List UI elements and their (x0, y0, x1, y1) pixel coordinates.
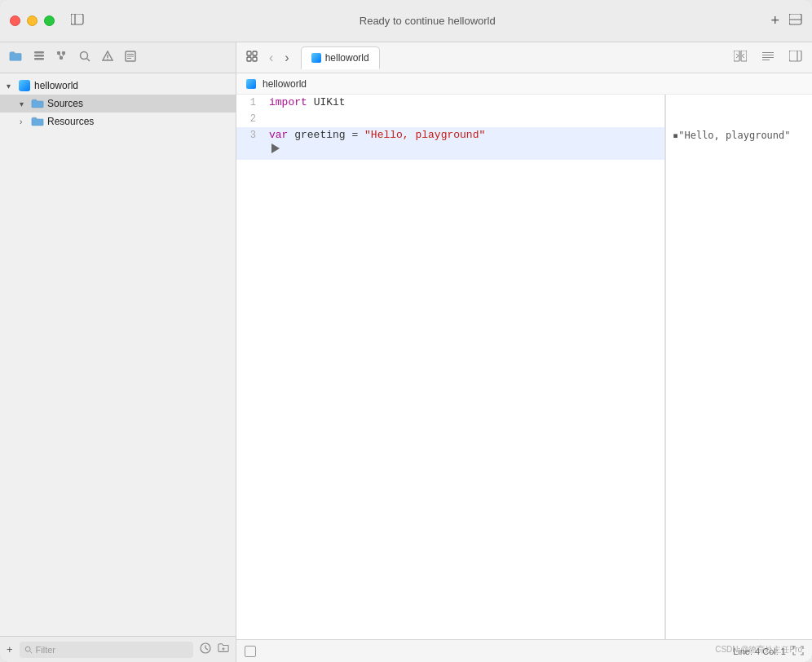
code-line-4 (236, 143, 664, 160)
arrow-down-icon: ▾ (20, 99, 29, 108)
filter-placeholder: Filter (36, 645, 55, 655)
search-icon[interactable] (77, 49, 93, 66)
string-value: "Hello, playground" (364, 129, 485, 141)
sidebar-tree: ▾ helloworld ▾ Sources (0, 73, 236, 636)
fullscreen-button[interactable] (44, 15, 55, 26)
traffic-lights (10, 15, 55, 26)
statusbar-left (245, 646, 263, 657)
warning-icon[interactable] (99, 49, 116, 66)
svg-rect-27 (247, 51, 251, 55)
svg-rect-0 (71, 14, 83, 24)
code-text: UIKit (314, 96, 346, 108)
editor-toolbar: ‹ › helloworld (236, 42, 812, 73)
svg-rect-30 (253, 57, 257, 61)
notes-icon[interactable] (122, 49, 139, 66)
minimize-button[interactable] (27, 15, 38, 26)
tab-playground-icon (311, 53, 321, 63)
keyword-import: import (269, 96, 307, 108)
line-content-1: import UIKit (266, 95, 664, 111)
resources-folder-icon (31, 116, 44, 127)
svg-line-10 (59, 55, 61, 56)
svg-point-12 (81, 52, 88, 60)
inspector-panel-icon[interactable] (786, 49, 805, 66)
inspector-icon[interactable] (31, 49, 47, 66)
line-content-2 (266, 111, 664, 127)
titlebar-center: Ready to continue helloworld (84, 15, 770, 27)
editor-statusbar: Line: 4 Col: 1 (236, 639, 812, 662)
statusbar-checkbox[interactable] (245, 646, 256, 657)
sources-label: Sources (47, 98, 83, 109)
forward-icon[interactable]: › (281, 49, 292, 67)
svg-rect-5 (34, 55, 44, 57)
helloworld-label: helloworld (34, 80, 78, 91)
editor-pane: ‹ › helloworld (236, 42, 812, 662)
svg-rect-6 (34, 58, 44, 60)
arrow-down-icon: ▾ (7, 82, 16, 90)
sidebar-toggle-icon[interactable] (71, 14, 84, 28)
hierarchy-icon[interactable] (54, 49, 70, 66)
line-number-2: 2 (236, 111, 266, 127)
sidebar-toolbar (0, 42, 236, 73)
grid-view-icon[interactable] (243, 49, 261, 66)
svg-rect-37 (789, 51, 801, 61)
line-number-4 (236, 143, 266, 160)
lines-icon[interactable] (758, 49, 778, 66)
expand-icon[interactable] (792, 646, 804, 657)
add-tab-icon[interactable]: + (770, 12, 779, 29)
result-value: "Hello, playground" (678, 130, 790, 141)
breadcrumb-bar: helloworld (236, 73, 812, 95)
keyword-var: var (269, 129, 288, 141)
svg-line-13 (87, 59, 90, 62)
tab-helloworld[interactable]: helloworld (301, 46, 380, 69)
sidebar-bottom: + Filter (0, 636, 236, 662)
svg-rect-7 (57, 51, 60, 55)
back-icon[interactable]: ‹ (266, 49, 276, 67)
close-button[interactable] (10, 15, 20, 26)
run-button[interactable] (269, 143, 282, 153)
resources-label: Resources (47, 116, 94, 127)
svg-rect-29 (247, 57, 251, 61)
line-number-3: 3 (236, 127, 266, 143)
editor-toolbar-right (730, 49, 805, 66)
line-content-3: var greeting = "Hello, playground" (266, 127, 664, 143)
playground-icon (18, 80, 31, 91)
svg-line-24 (205, 648, 208, 650)
arrow-right-icon: › (20, 117, 29, 126)
sidebar-item-helloworld[interactable]: ▾ helloworld (0, 77, 236, 95)
svg-point-15 (107, 59, 108, 60)
code-area: 1 import UIKit 2 3 (236, 95, 812, 639)
add-item-button[interactable]: + (7, 643, 13, 655)
equals-op: = (351, 129, 364, 141)
code-editor[interactable]: 1 import UIKit 2 3 (236, 95, 665, 639)
svg-rect-28 (253, 51, 257, 55)
svg-rect-4 (34, 51, 44, 54)
sources-folder-icon (31, 98, 44, 109)
tab-label: helloworld (325, 52, 369, 64)
folder-icon[interactable] (7, 49, 24, 66)
svg-line-11 (63, 55, 64, 56)
svg-rect-9 (60, 56, 63, 60)
split-view-icon[interactable] (730, 49, 750, 66)
svg-line-21 (29, 651, 32, 653)
results-pane: ▪ "Hello, playground" (665, 95, 812, 639)
main-content: ▾ helloworld ▾ Sources (0, 42, 812, 662)
result-icon: ▪ (673, 130, 678, 141)
line-content-4 (266, 143, 664, 160)
titlebar: Ready to continue helloworld + (0, 0, 812, 42)
add-folder-icon[interactable] (218, 642, 229, 656)
result-line-3: ▪ "Hello, playground" (666, 127, 812, 143)
filter-input[interactable]: Filter (20, 642, 193, 658)
svg-point-20 (25, 647, 30, 651)
var-name: greeting (294, 129, 351, 141)
layout-icon[interactable] (789, 14, 802, 28)
sidebar-item-resources[interactable]: › Resources (0, 113, 236, 130)
code-line-2: 2 (236, 111, 664, 127)
statusbar-right: Line: 4 Col: 1 (733, 646, 804, 657)
line-number-1: 1 (236, 95, 266, 111)
clock-icon[interactable] (200, 642, 211, 656)
sidebar-item-sources[interactable]: ▾ Sources (0, 95, 236, 113)
line-col-text: Line: 4 Col: 1 (733, 647, 786, 656)
titlebar-right: + (770, 12, 802, 29)
breadcrumb-icon (246, 79, 256, 89)
breadcrumb-text: helloworld (263, 78, 307, 90)
